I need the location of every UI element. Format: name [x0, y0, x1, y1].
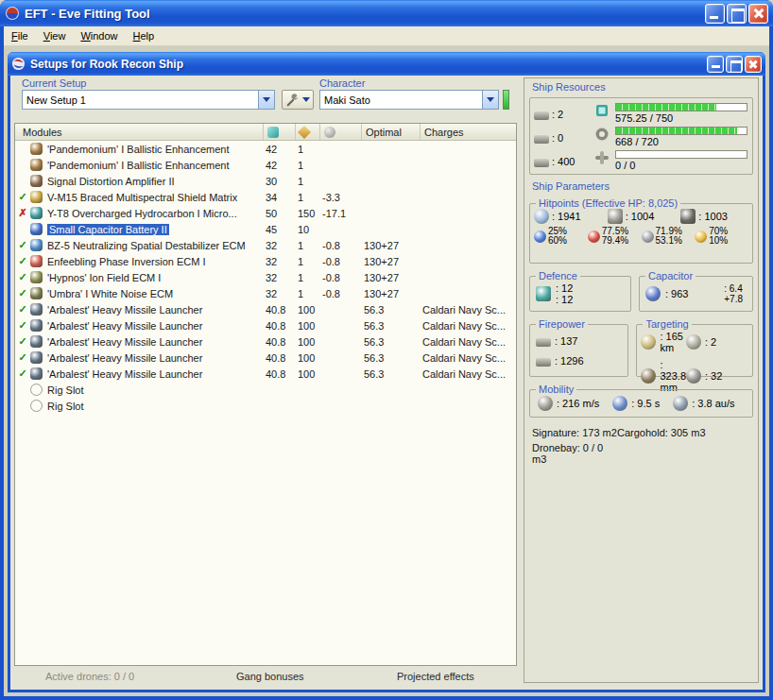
module-powergrid: 100 [296, 368, 320, 380]
defence-bottom-value: : 12 [556, 294, 573, 305]
module-row[interactable]: ✓V-M15 Braced Multispectral Shield Matri… [15, 189, 516, 205]
module-powergrid: 1 [296, 240, 320, 251]
module-row[interactable]: ✗Y-T8 Overcharged Hydrocarbon I Micro...… [15, 205, 516, 221]
current-setup-combobox[interactable]: New Setup 1 [22, 90, 275, 110]
module-row[interactable]: ✓'Arbalest' Heavy Missile Launcher40.810… [15, 317, 516, 333]
ship-resources-group: : 2 : 0 : 400 [529, 97, 753, 175]
current-setup-label: Current Setup [22, 77, 86, 89]
cpu-column-header[interactable] [264, 124, 296, 140]
module-cpu: 32 [264, 288, 296, 299]
maximize-button[interactable] [727, 4, 747, 24]
module-icon [30, 303, 43, 316]
module-row[interactable]: Rig Slot [15, 398, 516, 414]
module-row[interactable]: 'Pandemonium' I Ballistic Enhancement421 [15, 141, 516, 157]
module-row[interactable]: ✓BZ-5 Neutralizing Spatial Destabilizer … [15, 237, 516, 253]
chevron-down-icon [487, 97, 494, 102]
setup-maximize-button[interactable] [726, 56, 743, 73]
module-optimal: 130+27 [362, 240, 421, 251]
setup-minimize-button[interactable] [707, 56, 724, 73]
modules-column-header[interactable]: Modules [15, 124, 264, 140]
module-row[interactable]: Rig Slot [15, 382, 516, 398]
module-optimal: 56.3 [362, 320, 421, 332]
module-row[interactable]: ✓'Arbalest' Heavy Missile Launcher40.810… [15, 333, 516, 350]
menu-bar: File View Window Help [4, 26, 769, 46]
bottom-sections: Active drones: 0 / 0 Gang bonuses Projec… [10, 671, 521, 686]
capacitor-column-header[interactable] [320, 124, 362, 140]
module-name: Enfeebling Phase Inversion ECM I [47, 256, 264, 267]
max-velocity-icon [538, 396, 553, 411]
module-powergrid: 100 [296, 304, 320, 316]
module-row[interactable]: Small Capacitor Battery II4510 [15, 221, 516, 237]
current-setup-dropdown-button[interactable] [258, 91, 274, 109]
cpu-bar [615, 103, 747, 111]
module-powergrid: 1 [296, 144, 320, 155]
module-powergrid: 1 [296, 256, 320, 267]
powergrid-column-header[interactable] [296, 124, 320, 140]
calibration-value: : 400 [552, 156, 575, 167]
module-cpu: 32 [264, 272, 296, 283]
module-powergrid: 1 [296, 176, 320, 187]
module-row[interactable]: ✓'Arbalest' Heavy Missile Launcher40.810… [15, 366, 516, 382]
character-dropdown-button[interactable] [482, 91, 498, 109]
module-icon [30, 335, 43, 348]
setup-tools-button[interactable] [282, 90, 314, 110]
module-charges: Caldari Navy Sc... [421, 336, 516, 348]
shield-hp-value: : 1941 [552, 211, 581, 222]
module-status-icon: ✗ [15, 207, 30, 219]
module-cpu: 45 [264, 224, 296, 235]
optimal-column-header[interactable]: Optimal [362, 124, 421, 140]
module-icon [30, 319, 43, 332]
character-skill-indicator [503, 90, 509, 110]
hardpoints-column: : 2 : 0 : 400 [534, 102, 593, 173]
module-row[interactable]: ✓Enfeebling Phase Inversion ECM I321-0.8… [15, 253, 516, 269]
mdi-area: Setups for Rook Recon Ship Current Setup… [4, 46, 769, 696]
signature-cargo-line: Signature: 173 m2 Cargohold: 305 m3 [532, 427, 753, 438]
rig-slot-icon [30, 384, 43, 396]
gang-bonuses-label: Gang bonuses [236, 671, 304, 682]
module-row[interactable]: ✓'Hypnos' Ion Field ECM I321-0.8130+27 [15, 269, 516, 285]
powergrid-icon [298, 125, 311, 138]
module-status-icon: ✓ [15, 303, 30, 316]
module-capacitor: -0.8 [320, 256, 362, 267]
module-status-icon: ✓ [15, 191, 30, 203]
close-button[interactable] [748, 4, 768, 24]
max-targets-icon [686, 334, 701, 350]
module-cpu: 32 [264, 240, 296, 251]
menu-view[interactable]: View [36, 27, 74, 45]
app-titlebar[interactable]: EFT - Eve Fitting Tool [0, 0, 773, 26]
module-cpu: 32 [264, 256, 296, 267]
module-name: V-M15 Braced Multispectral Shield Matrix [47, 192, 264, 203]
module-row[interactable]: 'Pandemonium' I Ballistic Enhancement421 [15, 157, 516, 173]
module-optimal: 56.3 [362, 352, 421, 364]
menu-window[interactable]: Window [73, 27, 125, 45]
turret-hardpoints: : 2 [534, 102, 593, 126]
module-name: 'Arbalest' Heavy Missile Launcher [47, 352, 264, 364]
module-row[interactable]: ✓'Arbalest' Heavy Missile Launcher40.810… [15, 350, 516, 366]
current-setup-value: New Setup 1 [23, 94, 258, 106]
module-icon [30, 367, 43, 380]
menu-help[interactable]: Help [126, 27, 163, 45]
module-row[interactable]: ✓'Arbalest' Heavy Missile Launcher40.810… [15, 301, 516, 317]
module-cpu: 40.8 [264, 352, 296, 364]
setup-close-button[interactable] [745, 56, 762, 73]
character-value: Maki Sato [320, 94, 482, 106]
module-name: Y-T8 Overcharged Hydrocarbon I Micro... [47, 208, 264, 219]
module-cpu: 42 [264, 160, 296, 171]
module-name: 'Arbalest' Heavy Missile Launcher [47, 304, 264, 316]
menu-file[interactable]: File [4, 27, 36, 45]
explosive-resist: 70%10% [695, 227, 748, 246]
module-row[interactable]: Signal Distortion Amplifier II301 [15, 173, 516, 189]
module-icon [30, 239, 43, 251]
kinetic-resist: 71.9%53.1% [642, 227, 696, 246]
module-cpu: 40.8 [264, 336, 296, 348]
module-row[interactable]: ✓'Umbra' I White Noise ECM321-0.8130+27 [15, 285, 516, 301]
setup-titlebar[interactable]: Setups for Rook Recon Ship [8, 52, 765, 76]
module-name: 'Pandemonium' I Ballistic Enhancement [47, 160, 264, 171]
targeting-range-value: : 165 km [660, 331, 686, 353]
minimize-button[interactable] [705, 4, 725, 24]
drone-bandwidth-bar-text: 0 / 0 [615, 160, 750, 171]
charges-column-header[interactable]: Charges [421, 124, 516, 140]
setup-window-title: Setups for Rook Recon Ship [30, 58, 183, 71]
active-drones-label: Active drones: 0 / 0 [45, 671, 134, 682]
character-combobox[interactable]: Maki Sato [319, 90, 499, 110]
